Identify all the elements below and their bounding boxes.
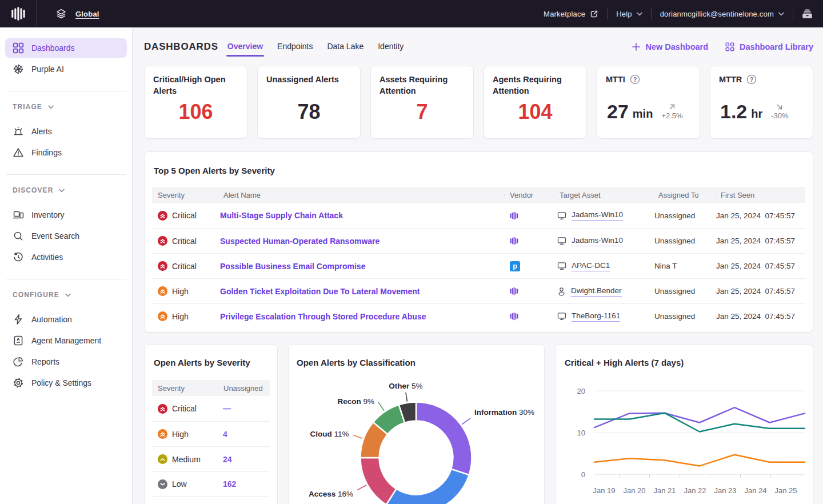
purple-ai-icon [13, 63, 24, 75]
first-seen: Jan 25, 2024 07:45:57 [715, 287, 805, 295]
svg-text:Access 16%: Access 16% [309, 490, 353, 498]
sidebar-item-alerts[interactable]: Alerts [5, 122, 127, 141]
sidebar-item-policy-settings[interactable]: Policy & Settings [5, 373, 127, 393]
severity-row: Low 162 [152, 471, 270, 497]
severity-high-icon [158, 429, 167, 439]
sidebar-item-automation[interactable]: Automation [5, 310, 127, 329]
alert-name-link[interactable]: Multi-Stage Supply Chain Attack [220, 211, 343, 220]
svg-text:?: ? [633, 77, 637, 83]
top-alerts-table: SeverityAlert NameVendorTarget AssetAssi… [152, 187, 805, 329]
sidebar-item-agent-management[interactable]: Agent Management [5, 331, 127, 350]
sidebar-item-findings[interactable]: Findings [5, 143, 127, 162]
kpi-card-mtti: MTTI? 27 min +2.5% [597, 66, 700, 139]
sidebar-item-reports[interactable]: Reports [5, 352, 127, 371]
target-asset-link[interactable]: Jadams-Win10 [572, 210, 623, 221]
unassigned-count-link[interactable]: 24 [218, 455, 270, 464]
svg-text:Information 30%: Information 30% [474, 408, 534, 417]
vendor-sentinelone-icon [510, 311, 518, 321]
alert-name-link[interactable]: Golden Ticket Exploitation Due To Latera… [220, 287, 420, 296]
vendor-cell [504, 286, 554, 296]
tab-overview[interactable]: Overview [226, 35, 264, 59]
donut-slice-unlabeled[interactable] [386, 469, 469, 504]
user-menu[interactable]: dorianmcgillick@sentinelone.com [660, 10, 784, 18]
severity-low-icon [158, 479, 167, 489]
severity-label: Low [172, 479, 187, 489]
alerts-icon [13, 126, 24, 137]
svg-text:?: ? [750, 77, 753, 83]
alert-name-link[interactable]: Suspected Human-Operated Ransomware [220, 237, 379, 246]
help-icon[interactable]: ? [630, 74, 640, 85]
severity-row: Medium 24 [152, 446, 270, 471]
kpi-card-agents-requiring-attention: Agents Requiring Attention 104 [484, 66, 587, 139]
sentinelone-logo[interactable] [0, 0, 37, 27]
severity-label: High [172, 287, 189, 296]
unassigned-count-link[interactable]: 162 [218, 479, 270, 489]
severity-card-title: Open Alerts by Severity [152, 358, 270, 380]
target-asset-link[interactable]: APAC-DC1 [572, 261, 610, 271]
sidebar-item-dashboards[interactable]: Dashboards [5, 38, 127, 58]
kpi-title: Critical/High Open Alerts [153, 74, 238, 97]
tab-endpoints[interactable]: Endpoints [276, 35, 314, 59]
target-asset-link[interactable]: TheBorg-1161 [572, 311, 620, 322]
target-asset-link[interactable]: Jadams-Win10 [572, 236, 623, 246]
first-seen: Jan 25, 2024 07:45:57 [715, 237, 805, 245]
severity-critical-icon [158, 211, 167, 221]
marketplace-link[interactable]: Marketplace [544, 10, 598, 18]
column-header-severity[interactable]: Severity [152, 191, 218, 199]
dashboards-icon [13, 42, 24, 54]
donut-slice-access[interactable] [361, 458, 397, 504]
kpi-value[interactable]: 78 [297, 100, 320, 124]
vendor-cell: p [504, 261, 554, 271]
kpi-card-assets-requiring-attention: Assets Requiring Attention 7 [370, 66, 474, 139]
column-header-unassigned[interactable]: Unassigned [218, 384, 270, 393]
column-header-assigned-to[interactable]: Assigned To [653, 191, 715, 199]
svg-text:Jan 20: Jan 20 [623, 486, 645, 495]
sidebar-item-purple-ai[interactable]: Purple AI [5, 59, 127, 79]
scope-selector[interactable]: Global [55, 8, 99, 19]
new-dashboard-button[interactable]: New Dashboard [632, 42, 708, 51]
severity-label: High [172, 430, 189, 439]
alert-name-link[interactable]: Privilege Escalation Through Stored Proc… [220, 312, 426, 321]
kpi-unit: hr [751, 107, 762, 121]
sidebar-section-configure[interactable]: CONFIGURE [5, 291, 127, 299]
kpi-value[interactable]: 7 [416, 100, 428, 124]
column-header-first-seen[interactable]: First Seen [715, 191, 805, 199]
gear-icon [13, 377, 24, 389]
sidebar-section-triage[interactable]: TRIAGE [5, 103, 127, 111]
tab-identity[interactable]: Identity [377, 35, 405, 59]
sidebar-section-discover[interactable]: DISCOVER [5, 186, 127, 194]
donut-slice-information[interactable] [416, 402, 472, 475]
help-icon[interactable]: ? [746, 74, 757, 85]
kpi-row: Critical/High Open Alerts 106 Unassigned… [144, 66, 813, 139]
sidebar-item-label: Activities [31, 253, 63, 262]
column-header-alert-name[interactable]: Alert Name [218, 191, 504, 199]
dashboard-library-button[interactable]: Dashboard Library [725, 42, 813, 51]
sidebar-item-inventory[interactable]: Inventory [5, 205, 127, 225]
unassigned-count-link[interactable]: — [218, 404, 270, 413]
target-asset-link[interactable]: Dwight.Bender [571, 286, 622, 297]
column-header-severity[interactable]: Severity [152, 384, 218, 393]
printer-button[interactable] [802, 9, 813, 19]
help-menu[interactable]: Help [616, 10, 642, 18]
sidebar-item-event-search[interactable]: Event Search [5, 226, 127, 246]
severity-high-icon [158, 311, 167, 321]
kpi-value[interactable]: 104 [518, 100, 552, 124]
chevron-down-icon [59, 189, 65, 193]
tab-data-lake[interactable]: Data Lake [326, 35, 365, 59]
column-header-vendor[interactable]: Vendor [504, 191, 554, 199]
automation-icon [13, 314, 24, 325]
alert-name-link[interactable]: Possible Business Email Compromise [220, 262, 365, 271]
kpi-title: MTTR? [719, 74, 804, 97]
kpi-value[interactable]: 106 [178, 100, 213, 124]
scope-label[interactable]: Global [75, 10, 99, 18]
table-row: Critical Multi-Stage Supply Chain Attack… [152, 203, 805, 228]
svg-text:p: p [513, 262, 517, 270]
unassigned-count-link[interactable]: 4 [218, 430, 270, 439]
sidebar-item-activities[interactable]: Activities [5, 247, 127, 267]
help-label: Help [616, 10, 632, 18]
kpi-card-critical-high-open-alerts: Critical/High Open Alerts 106 [144, 66, 247, 139]
table-row: High Golden Ticket Exploitation Due To L… [152, 278, 805, 303]
column-header-target-asset[interactable]: Target Asset [554, 191, 653, 199]
sidebar: DashboardsPurple AITRIAGEAlertsFindingsD… [0, 27, 133, 504]
sidebar-item-label: Automation [31, 315, 72, 324]
